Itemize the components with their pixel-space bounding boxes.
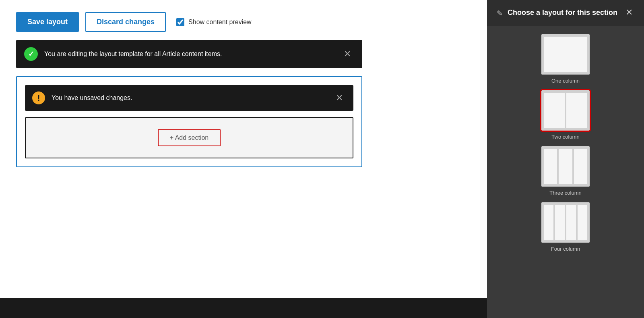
- three-column-col-1: [544, 149, 557, 184]
- four-column-col-4: [578, 205, 587, 240]
- four-column-col-3: [566, 205, 576, 240]
- sidebar-header-left: ✎ Choose a layout for this section: [497, 8, 617, 18]
- check-circle-icon: [24, 47, 38, 61]
- footer-bar: [0, 298, 487, 318]
- main-area: Save layout Discard changes Show content…: [0, 0, 487, 318]
- three-column-label: Three column: [549, 190, 581, 196]
- layout-option-one-column[interactable]: One column: [493, 34, 638, 84]
- discard-changes-button[interactable]: Discard changes: [85, 12, 166, 32]
- one-column-preview: [541, 34, 590, 75]
- two-column-col-2: [566, 93, 587, 128]
- layout-options: One column Two column Three column: [487, 26, 644, 260]
- two-column-preview: [541, 90, 590, 131]
- warning-banner: ! You have unsaved changes. ✕: [25, 85, 353, 111]
- info-banner-text: You are editing the layout template for …: [44, 50, 334, 58]
- add-section-wrapper: + Add section: [25, 117, 353, 158]
- sidebar-header: ✎ Choose a layout for this section ✕: [487, 0, 644, 26]
- show-preview-label: Show content preview: [188, 19, 252, 26]
- one-column-col: [544, 37, 587, 72]
- four-column-label: Four column: [551, 246, 580, 252]
- three-column-preview: [541, 146, 590, 187]
- content-area: Save layout Discard changes Show content…: [0, 0, 487, 298]
- pencil-icon: ✎: [497, 9, 503, 18]
- warning-close-button[interactable]: ✕: [332, 92, 346, 104]
- three-column-col-2: [559, 149, 572, 184]
- two-column-col-1: [544, 93, 565, 128]
- layout-option-two-column[interactable]: Two column: [493, 90, 638, 140]
- warning-icon: !: [32, 91, 45, 104]
- warning-text: You have unsaved changes.: [52, 94, 326, 102]
- info-banner-close-button[interactable]: ✕: [341, 48, 354, 60]
- layout-sidebar: ✎ Choose a layout for this section ✕ One…: [487, 0, 644, 318]
- four-column-preview: [541, 202, 590, 243]
- three-column-col-3: [574, 149, 587, 184]
- show-preview-checkbox[interactable]: [176, 18, 184, 26]
- sidebar-title: Choose a layout for this section: [508, 8, 617, 17]
- toolbar: Save layout Discard changes Show content…: [16, 12, 471, 32]
- layout-option-four-column[interactable]: Four column: [493, 202, 638, 252]
- section-container: ! You have unsaved changes. ✕ + Add sect…: [16, 76, 362, 167]
- sidebar-close-button[interactable]: ✕: [624, 8, 634, 17]
- four-column-col-1: [544, 205, 553, 240]
- one-column-label: One column: [551, 78, 580, 84]
- show-preview-checkbox-wrapper[interactable]: Show content preview: [176, 18, 252, 26]
- add-section-button[interactable]: + Add section: [158, 129, 221, 146]
- info-banner: You are editing the layout template for …: [16, 40, 362, 68]
- save-layout-button[interactable]: Save layout: [16, 12, 79, 32]
- four-column-col-2: [555, 205, 565, 240]
- two-column-label: Two column: [551, 134, 579, 140]
- layout-option-three-column[interactable]: Three column: [493, 146, 638, 196]
